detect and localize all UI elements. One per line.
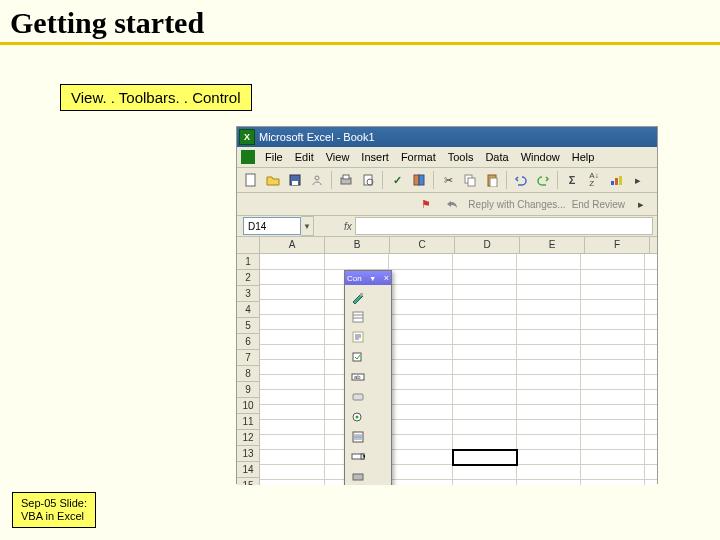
svg-rect-8 — [414, 175, 419, 185]
control-toolbox-close-icon[interactable]: × — [384, 273, 389, 283]
control-toolbox-titlebar[interactable]: Con ▼ × — [345, 271, 391, 285]
menu-window[interactable]: Window — [515, 151, 566, 163]
row-header[interactable]: 5 — [237, 318, 260, 334]
design-mode-icon[interactable] — [347, 287, 368, 306]
view-code-icon[interactable] — [347, 327, 368, 346]
col-header-e[interactable]: E — [520, 237, 585, 253]
control-toolbox-title-text: Con — [347, 274, 362, 283]
gridline — [260, 299, 657, 300]
separator — [506, 171, 507, 189]
svg-point-30 — [355, 415, 358, 418]
slide-footnote: Sep-05 Slide: VBA in Excel — [12, 492, 96, 528]
svg-rect-38 — [353, 474, 363, 480]
svg-rect-5 — [343, 175, 349, 179]
toolbar-options-icon[interactable]: ▸ — [631, 194, 651, 214]
undo-icon[interactable] — [511, 170, 531, 190]
combobox-control-icon[interactable]: ▼ — [347, 447, 368, 466]
gridline — [260, 479, 657, 480]
menu-path-callout: View. . Toolbars. . Control — [60, 84, 252, 111]
redo-icon[interactable] — [533, 170, 553, 190]
row-header[interactable]: 7 — [237, 350, 260, 366]
menu-file[interactable]: File — [259, 151, 289, 163]
chart-wizard-icon[interactable] — [606, 170, 626, 190]
menu-tools[interactable]: Tools — [442, 151, 480, 163]
gridline — [260, 314, 657, 315]
col-header-c[interactable]: C — [390, 237, 455, 253]
svg-rect-16 — [619, 176, 622, 185]
row-header[interactable]: 15 — [237, 478, 260, 485]
listbox-control-icon[interactable] — [347, 427, 368, 446]
formula-bar-row: D14 ▼ fx — [237, 216, 657, 237]
option-button-control-icon[interactable] — [347, 407, 368, 426]
fx-label[interactable]: fx — [344, 221, 352, 232]
titlebar: X Microsoft Excel - Book1 — [237, 127, 657, 147]
row-header[interactable]: 2 — [237, 270, 260, 286]
menu-edit[interactable]: Edit — [289, 151, 320, 163]
toggle-button-control-icon[interactable] — [347, 467, 368, 485]
svg-rect-2 — [292, 181, 298, 185]
active-cell[interactable] — [452, 449, 518, 466]
row-header[interactable]: 6 — [237, 334, 260, 350]
autosum-icon[interactable]: Σ — [562, 170, 582, 190]
menu-data[interactable]: Data — [479, 151, 514, 163]
row-header[interactable]: 8 — [237, 366, 260, 382]
svg-rect-15 — [615, 178, 618, 185]
save-icon[interactable] — [285, 170, 305, 190]
copy-icon[interactable] — [460, 170, 480, 190]
paste-icon[interactable] — [482, 170, 502, 190]
svg-rect-11 — [468, 178, 475, 186]
select-all-corner[interactable] — [237, 237, 260, 253]
menu-format[interactable]: Format — [395, 151, 442, 163]
menu-view[interactable]: View — [320, 151, 356, 163]
research-icon[interactable] — [409, 170, 429, 190]
control-toolbox-toolbar[interactable]: Con ▼ × ab ▼ — [344, 270, 392, 485]
col-header-d[interactable]: D — [455, 237, 520, 253]
menu-insert[interactable]: Insert — [355, 151, 395, 163]
reply-icon[interactable] — [442, 194, 462, 214]
print-icon[interactable] — [336, 170, 356, 190]
toolbar-options-icon[interactable]: ▸ — [628, 170, 648, 190]
gridline — [260, 389, 657, 390]
flag-icon[interactable]: ⚑ — [416, 194, 436, 214]
checkbox-control-icon[interactable] — [347, 347, 368, 366]
textbox-control-icon[interactable]: ab — [347, 367, 368, 386]
worksheet-area: A B C D E F 1 2 3 4 5 6 7 8 9 10 — [237, 237, 657, 485]
spelling-icon[interactable]: ✓ — [387, 170, 407, 190]
gridline — [580, 254, 581, 485]
gridline — [260, 269, 657, 270]
command-button-control-icon[interactable] — [347, 387, 368, 406]
row-header[interactable]: 10 — [237, 398, 260, 414]
separator — [557, 171, 558, 189]
gridline — [260, 419, 657, 420]
slide-title: Getting started — [0, 0, 720, 42]
cell-grid[interactable]: Con ▼ × ab ▼ — [260, 254, 657, 485]
print-preview-icon[interactable] — [358, 170, 378, 190]
new-icon[interactable] — [241, 170, 261, 190]
name-box[interactable]: D14 — [243, 217, 301, 235]
svg-rect-17 — [360, 293, 363, 296]
control-toolbox-body: ab ▼ A — [345, 285, 391, 485]
row-header[interactable]: 3 — [237, 286, 260, 302]
row-header[interactable]: 13 — [237, 446, 260, 462]
cut-icon[interactable]: ✂ — [438, 170, 458, 190]
title-underline — [0, 42, 720, 45]
toolbar-options-dropdown-icon[interactable]: ▼ — [369, 275, 376, 282]
svg-rect-0 — [246, 174, 255, 186]
row-header[interactable]: 4 — [237, 302, 260, 318]
menu-help[interactable]: Help — [566, 151, 601, 163]
col-header-a[interactable]: A — [260, 237, 325, 253]
formula-bar[interactable] — [355, 217, 653, 235]
permission-icon[interactable] — [307, 170, 327, 190]
col-header-f[interactable]: F — [585, 237, 650, 253]
row-header[interactable]: 1 — [237, 254, 260, 270]
row-header[interactable]: 12 — [237, 430, 260, 446]
row-header[interactable]: 14 — [237, 462, 260, 478]
name-box-dropdown-icon[interactable]: ▼ — [301, 216, 314, 236]
open-icon[interactable] — [263, 170, 283, 190]
properties-icon[interactable] — [347, 307, 368, 326]
row-header[interactable]: 9 — [237, 382, 260, 398]
col-header-b[interactable]: B — [325, 237, 390, 253]
gridline — [260, 374, 657, 375]
sort-asc-icon[interactable]: A↓Z — [584, 170, 604, 190]
row-header[interactable]: 11 — [237, 414, 260, 430]
